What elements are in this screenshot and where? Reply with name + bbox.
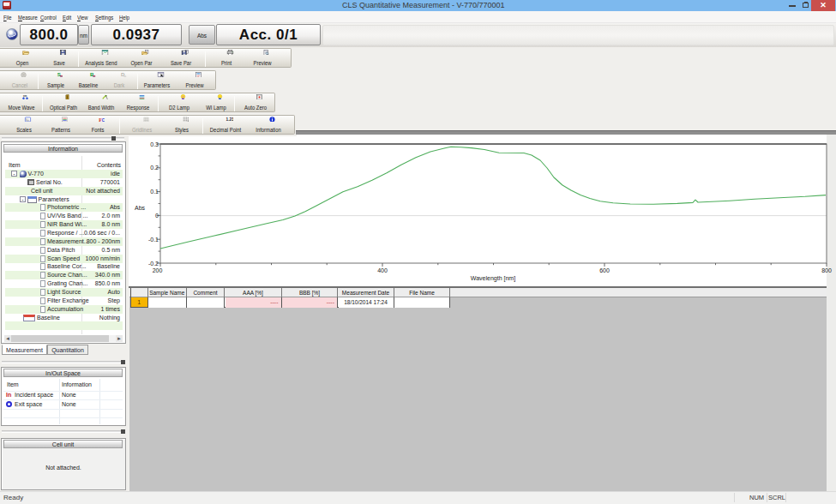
svg-text:D: D [121,72,125,77]
svg-text:0.2: 0.2 [150,165,159,171]
svg-text:600: 600 [599,267,610,273]
svg-text:-0.2: -0.2 [148,261,159,267]
svg-text:0.3: 0.3 [150,141,159,147]
svg-text:C: C [102,117,105,122]
svg-text:Wavelength [nm]: Wavelength [nm] [471,275,515,282]
svg-text:1.23: 1.23 [226,117,233,122]
svg-text:-0.1: -0.1 [148,237,159,243]
svg-text:200: 200 [153,267,163,273]
svg-text:0.1: 0.1 [150,189,159,195]
svg-text:0: 0 [155,213,159,219]
svg-text:400: 400 [377,267,388,273]
svg-text:Abs: Abs [135,205,146,211]
svg-text:800: 800 [821,267,832,273]
